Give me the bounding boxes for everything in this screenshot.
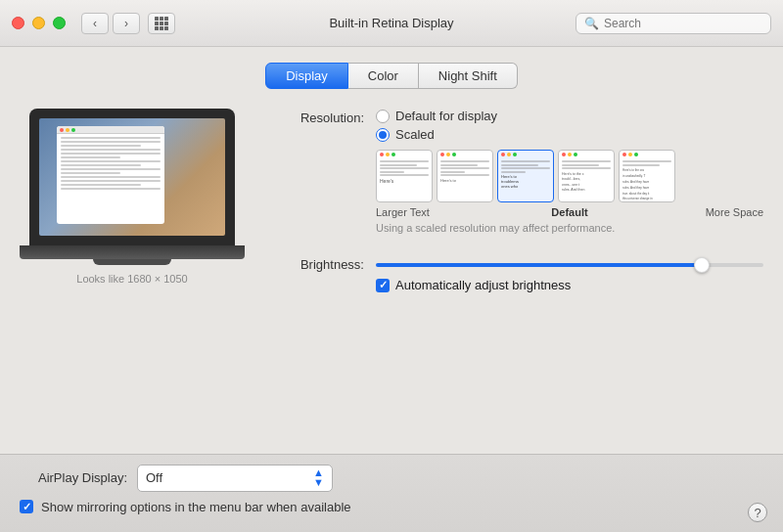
thumb-line [380, 171, 404, 173]
settings-panel: Resolution: Default for display Scaled [268, 109, 763, 312]
content-area: Display Color Night Shift [0, 47, 783, 493]
thumb-content: Here's to the ctroubl...kers,ones...see … [559, 158, 614, 195]
grid-button[interactable] [148, 13, 175, 34]
resolution-scaled-radio[interactable] [376, 128, 390, 142]
thumb-line [440, 174, 489, 176]
screen-window-body [57, 134, 164, 195]
maximize-button[interactable] [53, 17, 66, 29]
thumb-titlebar [438, 151, 492, 158]
thumb-red-dot [562, 153, 566, 156]
thumb-line [440, 167, 489, 169]
brightness-slider-wrap[interactable] [376, 263, 763, 267]
thumb-titlebar [377, 151, 432, 158]
back-button[interactable]: ‹ [81, 13, 109, 34]
tab-display[interactable]: Display [265, 63, 348, 89]
checkmark-icon: ✓ [379, 280, 388, 290]
brightness-slider[interactable] [376, 263, 763, 267]
thumb-red-dot [380, 153, 384, 156]
resolution-thumb-4[interactable]: Here's to the ctroubl...kers,ones...see … [558, 150, 615, 202]
airplay-value: Off [146, 470, 162, 485]
close-button[interactable] [12, 17, 24, 29]
resolution-thumb-1[interactable]: Here's [376, 150, 433, 202]
thumb-line [380, 167, 429, 169]
thumb-titlebar [620, 151, 674, 158]
screen-line [61, 145, 141, 147]
thumb-yellow-dot [386, 153, 390, 156]
screen-line [61, 156, 120, 158]
airplay-label: AirPlay Display: [20, 470, 127, 485]
search-icon: 🔍 [584, 17, 599, 30]
grid-icon [155, 17, 168, 30]
resolution-thumb-3[interactable]: Here's totroublemaones who [497, 150, 554, 202]
display-panel: Looks like 1680 × 1050 Resolution: Defau… [20, 109, 763, 312]
laptop-label: Looks like 1680 × 1050 [76, 273, 187, 285]
resolution-label: Resolution: [268, 109, 376, 125]
thumb-line [501, 171, 526, 173]
resolution-labels: Larger Text Default More Space [376, 206, 763, 218]
screen-window [57, 126, 164, 224]
thumb-red-dot [622, 153, 626, 156]
auto-brightness-checkbox[interactable]: ✓ [376, 279, 390, 292]
thumb-line [622, 164, 660, 166]
screen-window-titlebar [57, 126, 164, 134]
thumb-line [501, 160, 550, 162]
label-larger-text: Larger Text [376, 206, 437, 218]
bottom-bar: AirPlay Display: Off ▲ ▼ ✓ Show mirrorin… [0, 454, 783, 532]
resolution-scaled-option[interactable]: Scaled [376, 127, 763, 142]
airplay-select[interactable]: Off ▲ ▼ [137, 465, 333, 492]
laptop-stand [93, 259, 171, 265]
thumb-line [562, 164, 599, 166]
resolution-default-radio[interactable] [376, 110, 390, 123]
resolution-note: Using a scaled resolution may affect per… [376, 222, 763, 234]
resolution-default-label: Default for display [395, 109, 497, 123]
search-input[interactable] [604, 17, 762, 30]
titlebar: ‹ › Built-in Retina Display 🔍 [0, 0, 783, 47]
tab-night-shift[interactable]: Night Shift [419, 63, 518, 89]
screen-line [61, 184, 141, 186]
laptop-base [20, 245, 245, 259]
traffic-lights [12, 17, 66, 29]
thumb-line [622, 160, 671, 162]
thumb-red-dot [440, 153, 444, 156]
mirroring-row: ✓ Show mirroring options in the menu bar… [20, 500, 763, 514]
screen-line [61, 149, 161, 151]
thumb-yellow-dot [507, 153, 511, 156]
screen-line [61, 180, 161, 182]
help-button[interactable]: ? [748, 503, 767, 522]
screen-line [61, 160, 161, 162]
search-box[interactable]: 🔍 [576, 13, 771, 34]
mirroring-checkbox[interactable]: ✓ [20, 500, 33, 513]
screen-line [61, 172, 120, 174]
thumb-line [562, 160, 611, 162]
screen-line [61, 188, 161, 190]
thumb-content: Here's to [438, 158, 492, 185]
thumb-line [562, 167, 611, 169]
thumb-yellow-dot [628, 153, 632, 156]
thumb-green-dot [452, 153, 456, 156]
checkmark-icon: ✓ [23, 502, 31, 512]
forward-button[interactable]: › [113, 13, 140, 34]
thumb-yellow-dot [568, 153, 572, 156]
thumb-content: Here's to the crain unabashedly. Trules.… [620, 158, 674, 202]
thumb-content: Here's [377, 158, 432, 186]
thumb-line [440, 164, 478, 166]
mirroring-label: Show mirroring options in the menu bar w… [41, 500, 351, 514]
screen-min-dot [66, 128, 69, 132]
thumb-titlebar [559, 151, 614, 158]
tab-color[interactable]: Color [348, 63, 419, 89]
auto-brightness-label: Automatically adjust brightness [395, 278, 571, 292]
thumb-line [380, 174, 429, 176]
thumb-yellow-dot [446, 153, 450, 156]
resolution-row: Resolution: Default for display Scaled [268, 109, 763, 245]
thumb-green-dot [574, 153, 577, 156]
thumb-red-dot [501, 153, 505, 156]
laptop-preview: Looks like 1680 × 1050 [20, 109, 245, 285]
tabs-container: Display Color Night Shift [20, 63, 763, 89]
minimize-button[interactable] [32, 17, 45, 29]
resolution-default-option[interactable]: Default for display [376, 109, 763, 123]
resolution-thumb-5[interactable]: Here's to the crain unabashedly. Trules.… [619, 150, 675, 202]
screen-line [61, 164, 141, 166]
brightness-thumb[interactable] [694, 257, 710, 273]
resolution-thumb-2[interactable]: Here's to [437, 150, 493, 202]
screen-line [61, 153, 161, 155]
